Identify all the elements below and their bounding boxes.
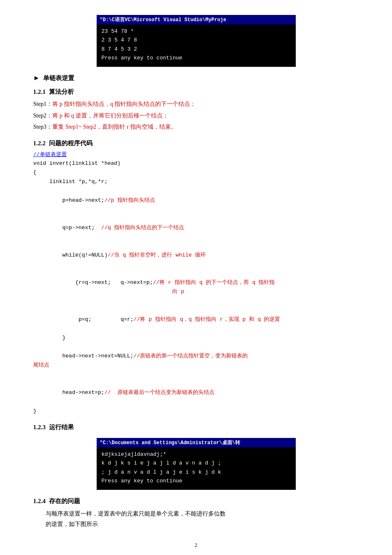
code-while-plain: while(q!=NULL) — [46, 252, 107, 258]
code-null-plain: head->next->next=NULL; — [46, 353, 134, 359]
terminal2-wrap: "C:\Documents and Settings\Administrator… — [97, 438, 296, 490]
page-number: 2 — [33, 542, 359, 548]
step2-label: Step2： — [33, 112, 52, 119]
sub3-title: 运行结果 — [49, 424, 74, 430]
steps-container: Step1：将 p 指针指向头结点，q 指针指向头结点的下一个结点； Step2… — [33, 99, 359, 132]
step3-label: Step3： — [33, 124, 52, 130]
code-while-comment: //当 q 指针非空时，进行 while 循环 — [107, 252, 206, 258]
step3: Step3：重复 Step1~ Step2，直到指针 r 指向空域，结束。 — [33, 122, 359, 132]
step2: Step2：将 p 和 q 逆置，并将它们分别后移一个结点； — [33, 111, 359, 121]
step1-label: Step1： — [33, 101, 52, 107]
terminal1-wrap: "D:\C语言VC\Microsoft Visual Studio\MyProj… — [97, 15, 296, 67]
problem-para: 与顺序表逆置一样，逆置表中的元素只能是单个元素，不能进行多位数 的逆置，如下图所… — [46, 509, 359, 529]
sub2-title: 问题的程序代码 — [49, 140, 93, 147]
code-line-brace-close-inner: } — [33, 333, 359, 342]
code-r-plain: {r=q->next; q->next=p; — [46, 279, 153, 286]
sub2-number: 1.2.2 — [33, 140, 46, 147]
sub1-title: 算法分析 — [49, 88, 74, 95]
code-pq-comment: //将 p 指针指向 q，q 指针指向 r，实现 p 和 q 的逆置 — [134, 316, 280, 323]
code-block: void invert(linklist *head) { linklist *… — [33, 159, 359, 416]
section1-heading: ► 单链表逆置 — [33, 74, 359, 82]
terminal2-line2: k d j k s i e j a j l d a v n a d j ; — [102, 459, 291, 467]
code-line-pq: p=q; q=r;//将 p 指针指向 q，q 指针指向 r，实现 p 和 q … — [33, 306, 359, 333]
code-line-p: p=head->next;//p 指针指向头结点 — [33, 186, 359, 214]
problem-line1: 与顺序表逆置一样，逆置表中的元素只能是单个元素，不能进行多位数 — [46, 511, 226, 517]
terminal1-line3: 8 7 4 5 3 2 — [102, 45, 291, 54]
code-p-comment: //p 指针指向头结点 — [105, 197, 155, 203]
code-line-r: {r=q->next; q->next=p;//将 r 指针指向 q 的下一个结… — [33, 269, 359, 306]
subsection1-heading: 1.2.1 算法分析 — [33, 88, 359, 96]
step1-content: 将 p 指针指向头结点，q 指针指向头结点的下一个结点； — [52, 101, 196, 107]
terminal1-line2: 2 3 5 4 7 8 — [102, 36, 291, 44]
code-r-comment: //将 r 指针指向 q 的下一个结点，而 q 指针指 — [153, 279, 275, 286]
terminal2-line1: kdjksiejajldavnadj;* — [102, 450, 291, 459]
terminal2-content: kdjksiejajldavnadj;* k d j k s i e j a j… — [97, 447, 296, 490]
sub4-number: 1.2.4 — [33, 498, 46, 504]
code-null-wrap: 尾结点 — [33, 362, 49, 368]
terminal2-line4: Press any key to continue — [102, 477, 291, 485]
code-r-wrap: 向 p — [33, 289, 184, 295]
sub4-title: 存在的问题 — [49, 498, 80, 504]
section1-label: 单链表逆置 — [43, 74, 74, 82]
code-line-q: q=p->next; //q 指针指向头结点的下一个结点 — [33, 214, 359, 242]
step2-content: 将 p 和 q 逆置，并将它们分别后移一个结点； — [52, 112, 168, 119]
code-line-brace-close-outer: } — [33, 407, 359, 416]
code-head-comment: // 原链表最后一个结点变为新链表的头结点 — [105, 389, 214, 396]
terminal2-titlebar: "C:\Documents and Settings\Administrator… — [97, 438, 296, 447]
step3-content: 重复 Step1~ Step2，直到指针 r 指向空域，结束。 — [52, 124, 177, 130]
code-p-plain: p=head->next; — [46, 197, 104, 203]
terminal1-content: 23 54 78 * 2 3 5 4 7 8 8 7 4 5 3 2 Press… — [97, 24, 296, 67]
sub3-number: 1.2.3 — [33, 424, 46, 430]
code-line-func: void invert(linklist *head) — [33, 159, 359, 168]
subsection2-heading: 1.2.2 问题的程序代码 — [33, 139, 359, 147]
code-null-comment: //原链表的第一个结点指针置空，变为新链表的 — [134, 353, 248, 359]
terminal1-line4: Press any key to continue — [102, 54, 291, 62]
code-q-plain: q=p->next; — [46, 225, 101, 231]
code-comment: //单链表逆置 — [33, 151, 359, 158]
terminal2-line3: ; j d a n v a d l j a j e i s k j d k — [102, 468, 291, 477]
terminal1-titlebar: "D:\C语言VC\Microsoft Visual Studio\MyProj… — [97, 15, 296, 24]
code-line-head: head->next=p;// 原链表最后一个结点变为新链表的头结点 — [33, 379, 359, 406]
arrow-icon: ► — [33, 74, 40, 82]
step1: Step1：将 p 指针指向头结点，q 指针指向头结点的下一个结点； — [33, 99, 359, 109]
sub1-number: 1.2.1 — [33, 88, 46, 95]
code-line-brace-open: { — [33, 168, 359, 177]
code-line-while: while(q!=NULL)//当 q 指针非空时，进行 while 循环 — [33, 242, 359, 269]
code-q-comment: //q 指针指向头结点的下一个结点 — [101, 225, 184, 231]
code-pq-plain: p=q; q=r; — [46, 316, 134, 323]
code-line-vars: linklist *p,*q,*r; — [33, 177, 359, 186]
terminal1-line1: 23 54 78 * — [102, 27, 291, 36]
problem-line2: 的逆置，如下图所示 — [46, 521, 98, 527]
subsection4-heading: 1.2.4 存在的问题 — [33, 497, 359, 505]
code-head-plain: head->next=p; — [46, 389, 104, 396]
subsection3-heading: 1.2.3 运行结果 — [33, 423, 359, 431]
code-line-null: head->next->next=NULL;//原链表的第一个结点指针置空，变为… — [33, 342, 359, 379]
